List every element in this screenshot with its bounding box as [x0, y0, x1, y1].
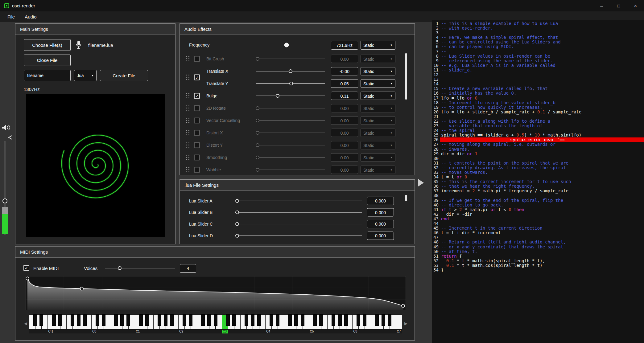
piano-key-black[interactable] [189, 314, 192, 326]
piano-key-black[interactable] [71, 314, 74, 326]
oscilloscope-canvas[interactable] [26, 94, 165, 237]
effect-slider[interactable] [256, 130, 325, 136]
code-line[interactable]: 22-- Use slider_a along with lfo to defi… [432, 119, 644, 124]
code-line[interactable]: 25spiral_length == (slider_a + 0.5) * 10… [432, 133, 644, 137]
code-line[interactable]: 50-- at time, t. [432, 249, 644, 254]
frequency-value[interactable]: 721.9Hz [331, 41, 358, 50]
code-line[interactable]: 6-- can be played using MIDI. [432, 44, 644, 49]
slider-knob[interactable] [256, 57, 259, 61]
code-line[interactable]: 7-- [432, 49, 644, 54]
code-line[interactable]: 26syntax error near '==' [432, 137, 644, 142]
piano-key-black[interactable] [313, 314, 317, 326]
code-line[interactable]: 21 [432, 114, 644, 119]
slider-knob[interactable] [256, 119, 259, 122]
piano-key-black[interactable] [357, 314, 360, 326]
code-line[interactable]: 43end [432, 217, 644, 221]
piano-key-black[interactable] [338, 314, 342, 326]
effect-value[interactable]: 0.05 [331, 80, 358, 88]
code-line[interactable]: 3-- [432, 31, 644, 35]
effect-value[interactable]: 0.00 [331, 55, 358, 63]
piano-key-black[interactable] [301, 314, 304, 326]
close-file-button[interactable]: Close File [24, 55, 71, 66]
piano-key-black[interactable] [375, 314, 379, 326]
effect-value[interactable]: 0.31 [331, 92, 358, 100]
piano-key-black[interactable] [58, 314, 62, 326]
code-line[interactable]: 41if t > 2 * math.pi or t < 0 then [432, 207, 644, 212]
effect-value[interactable]: 0.00 [331, 141, 358, 149]
drag-handle-icon[interactable] [186, 142, 190, 148]
code-line[interactable]: 11-- slider_a. [432, 68, 644, 72]
piano-key-black[interactable] [319, 314, 323, 326]
piano-key-black[interactable] [382, 314, 385, 326]
code-line[interactable]: 15-- Create a new variable called lfo, t… [432, 86, 644, 91]
effect-mode-dropdown[interactable]: Static▼ [361, 80, 395, 88]
piano-key-black[interactable] [96, 314, 99, 326]
effect-checkbox[interactable] [194, 142, 200, 148]
menu-item-audio[interactable]: Audio [20, 11, 41, 22]
play-icon[interactable] [417, 178, 425, 187]
slider-knob[interactable] [235, 222, 239, 226]
lua-slider-value[interactable]: 0.000 [367, 220, 394, 228]
effect-mode-dropdown[interactable]: Static▼ [361, 55, 395, 63]
code-line[interactable]: 38 [432, 193, 644, 198]
maximize-button[interactable]: □ [610, 0, 627, 11]
code-line[interactable]: 28-- inwards. [432, 147, 644, 152]
piano-key-black[interactable] [288, 314, 292, 326]
code-line[interactable]: 18-- Increment lfo using the value of sl… [432, 100, 644, 105]
piano-key-black[interactable] [257, 314, 261, 326]
code-line[interactable]: 40-- direction to go back. [432, 203, 644, 207]
drag-handle-icon[interactable] [186, 105, 190, 111]
drag-handle-icon[interactable] [186, 154, 190, 161]
code-line[interactable]: 51return { [432, 254, 644, 259]
lua-code-editor[interactable]: 1-- This is a simple example of how to u… [432, 20, 644, 343]
effect-slider[interactable] [256, 56, 325, 62]
slider-knob[interactable] [256, 143, 259, 147]
effect-checkbox[interactable] [194, 130, 200, 136]
code-line[interactable]: 48-- Return a point (left and right audi… [432, 240, 644, 244]
piano-key-black[interactable] [363, 314, 366, 326]
code-line[interactable]: 19-- to control how quickly it increases… [432, 105, 644, 110]
slider-knob[interactable] [235, 234, 239, 238]
effect-checkbox[interactable] [194, 105, 200, 111]
slider-knob[interactable] [289, 82, 293, 85]
slider-knob[interactable] [256, 156, 259, 159]
lua-slider[interactable] [237, 198, 362, 204]
code-line[interactable]: 9-- referenced using the name of the sli… [432, 59, 644, 63]
piano-key-black[interactable] [170, 314, 174, 326]
code-line[interactable]: 46t = t + dir * increment [432, 231, 644, 235]
code-line[interactable]: 1-- This is a simple example of how to u… [432, 21, 644, 26]
slider-knob[interactable] [235, 210, 239, 214]
lua-slider[interactable] [237, 233, 362, 239]
minimize-button[interactable]: – [593, 0, 610, 11]
lua-scrollbar[interactable] [405, 195, 407, 201]
code-line[interactable]: 52 0.1 * t * math.sin(spiral_length * t)… [432, 259, 644, 263]
effect-value[interactable]: 0.00 [331, 104, 358, 112]
code-line[interactable]: 37increment = 2 * math.pi * frequency / … [432, 189, 644, 193]
code-line[interactable]: 45-- Increment t in the current directio… [432, 226, 644, 231]
effect-checkbox[interactable] [194, 56, 200, 62]
code-line[interactable]: 13 [432, 77, 644, 82]
effect-value[interactable]: 0.00 [331, 166, 358, 174]
code-line[interactable]: 33-- moves outwards. [432, 170, 644, 175]
effect-mode-dropdown[interactable]: Static▼ [361, 67, 395, 76]
code-line[interactable]: 24-- the spiral [432, 128, 644, 133]
code-line[interactable]: 34t = t or 0 [432, 175, 644, 179]
voices-slider[interactable] [105, 265, 175, 271]
code-line[interactable]: 20lfo = lfo + slider_b / sample_rate + 0… [432, 110, 644, 114]
filename-input[interactable]: filename [24, 70, 71, 81]
code-line[interactable]: 42 dir = -dir [432, 212, 644, 217]
keyboard-scroll-left-icon[interactable]: ◀ [23, 321, 28, 326]
drag-handle-icon[interactable] [186, 117, 190, 124]
choose-file-button[interactable]: Choose File(s) [24, 39, 71, 51]
code-line[interactable]: 16-- initially has the value 0. [432, 91, 644, 96]
voices-value[interactable]: 4 [180, 264, 196, 273]
code-line[interactable]: 17lfo = lfo or 0 [432, 96, 644, 100]
code-line[interactable]: 8-- Lua Slider values in osci-render can… [432, 54, 644, 59]
slider-knob[interactable] [289, 69, 292, 73]
effect-slider[interactable] [256, 105, 325, 111]
effect-slider[interactable] [256, 68, 325, 74]
frequency-mode-dropdown[interactable]: Static ▼ [361, 41, 395, 50]
slider-knob[interactable] [256, 106, 259, 110]
piano-key-black[interactable] [164, 314, 167, 326]
lua-slider-value[interactable]: 0.000 [367, 197, 394, 205]
